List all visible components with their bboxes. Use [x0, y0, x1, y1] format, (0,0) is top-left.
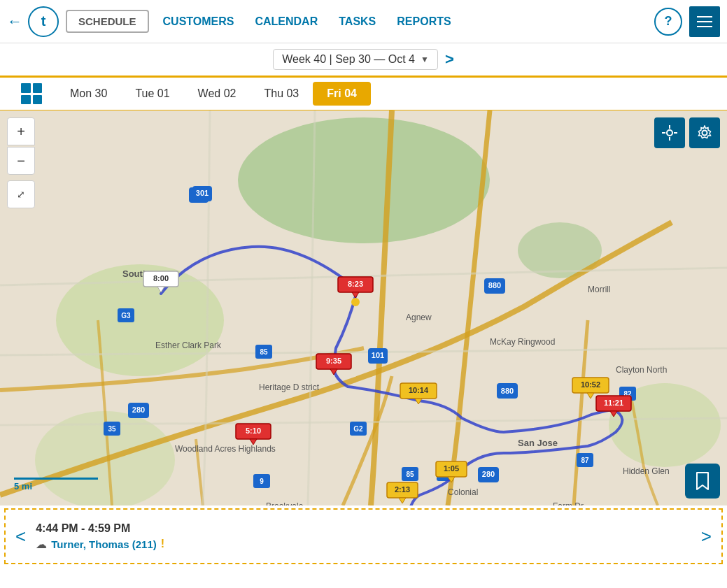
svg-text:Morrill: Morrill [588, 285, 611, 294]
app-logo: t [28, 6, 59, 37]
tab-thu03[interactable]: Thu 03 [250, 82, 313, 106]
svg-text:101: 101 [372, 351, 384, 359]
week-selector[interactable]: Week 40 | Sep 30 — Oct 4 ▼ [273, 49, 438, 70]
svg-text:35: 35 [108, 425, 116, 433]
svg-point-62 [351, 298, 360, 306]
scale-bar [14, 478, 98, 480]
svg-text:2:13: 2:13 [395, 485, 410, 494]
week-label: Week 40 | Sep 30 — Oct 4 [282, 53, 415, 66]
nav-reports[interactable]: REPORTS [397, 15, 451, 28]
svg-text:87: 87 [581, 457, 589, 464]
svg-text:Farm Dr.: Farm Dr. [553, 501, 586, 505]
warning-icon: ! [161, 538, 164, 550]
appointment-time: 4:44 PM - 4:59 PM [36, 522, 164, 535]
svg-text:G2: G2 [353, 425, 363, 433]
map-scale: 5 mi [14, 478, 98, 492]
prev-appointment-button[interactable]: < [15, 526, 26, 547]
svg-text:Hidden Glen: Hidden Glen [623, 466, 670, 476]
bottom-panel: < 4:44 PM - 4:59 PM ☁ Turner, Thomas (21… [4, 508, 723, 564]
bookmark-icon [695, 472, 710, 490]
app-header: ← t SCHEDULE CUSTOMERS CALENDAR TASKS RE… [0, 0, 727, 43]
svg-text:280: 280 [482, 470, 495, 478]
svg-text:85: 85 [260, 348, 268, 356]
back-button[interactable]: ← [7, 13, 22, 31]
svg-text:880: 880 [501, 387, 514, 395]
tab-fri04[interactable]: Fri 04 [313, 82, 371, 106]
week-caret-icon: ▼ [421, 55, 429, 64]
svg-text:5:10: 5:10 [246, 426, 261, 435]
scale-label: 5 mi [14, 481, 32, 492]
bookmark-button[interactable] [685, 464, 720, 499]
svg-text:280: 280 [132, 406, 145, 414]
zoom-out-button[interactable]: − [7, 147, 35, 175]
svg-text:Colonial: Colonial [448, 487, 478, 497]
svg-text:1:05: 1:05 [444, 464, 459, 473]
tab-mon30[interactable]: Mon 30 [56, 82, 121, 106]
svg-text:10:52: 10:52 [581, 380, 600, 389]
menu-icon-line2 [697, 21, 712, 22]
customer-row: ☁ Turner, Thomas (211) ! [36, 538, 164, 551]
map-svg: 101 101 880 880 85 280 G2 G3 17 87 35 82 [0, 110, 727, 505]
tab-tue01[interactable]: Tue 01 [121, 82, 183, 106]
settings-button[interactable] [689, 117, 720, 148]
svg-point-2 [238, 117, 490, 243]
svg-text:9: 9 [260, 478, 264, 485]
nav-customers[interactable]: CUSTOMERS [163, 15, 234, 28]
svg-text:Agnew: Agnew [406, 313, 432, 322]
locate-button[interactable] [654, 117, 685, 148]
grid-view-icon[interactable] [21, 83, 42, 104]
cloud-icon: ☁ [36, 538, 47, 551]
help-button[interactable]: ? [654, 8, 682, 36]
fullscreen-button[interactable]: ⤢ [7, 180, 35, 208]
schedule-button[interactable]: SCHEDULE [66, 10, 149, 33]
menu-icon-line1 [697, 16, 712, 17]
next-appointment-button[interactable]: > [701, 526, 712, 547]
svg-text:Heritage D strict: Heritage D strict [259, 382, 320, 392]
svg-point-94 [667, 130, 672, 136]
menu-button[interactable] [689, 6, 720, 37]
gear-icon [697, 125, 712, 141]
zoom-in-button[interactable]: + [7, 117, 35, 145]
svg-text:Esther Clark Park: Esther Clark Park [155, 340, 222, 350]
tab-wed02[interactable]: Wed 02 [184, 82, 250, 106]
svg-point-99 [703, 131, 707, 136]
svg-text:9:35: 9:35 [326, 357, 341, 365]
main-nav: CUSTOMERS CALENDAR TASKS REPORTS [163, 15, 654, 28]
locate-icon [662, 125, 677, 141]
nav-calendar[interactable]: CALENDAR [255, 15, 318, 28]
day-tabs-bar: Mon 30 Tue 01 Wed 02 Thu 03 Fri 04 [0, 78, 727, 110]
svg-text:Woodland Acres Highlands: Woodland Acres Highlands [175, 444, 276, 454]
week-bar: Week 40 | Sep 30 — Oct 4 ▼ > [0, 43, 727, 78]
menu-icon-line3 [697, 26, 712, 27]
week-next-button[interactable]: > [445, 50, 454, 69]
map-controls-left: + − ⤢ [7, 117, 35, 208]
svg-text:10:14: 10:14 [409, 386, 429, 394]
svg-text:Brookvale: Brookvale [266, 501, 304, 505]
svg-text:8:00: 8:00 [153, 274, 169, 282]
svg-text:San Jose: San Jose [518, 438, 558, 448]
map-bookmark [685, 464, 720, 499]
svg-text:301: 301 [196, 189, 209, 197]
customer-link[interactable]: Turner, Thomas (211) [51, 538, 157, 550]
svg-text:Clayton North: Clayton North [616, 365, 667, 375]
svg-text:85: 85 [406, 471, 414, 478]
svg-text:11:21: 11:21 [604, 399, 623, 407]
map-area[interactable]: 101 101 880 880 85 280 G2 G3 17 87 35 82 [0, 110, 727, 505]
svg-text:8:23: 8:23 [348, 280, 363, 288]
nav-tasks[interactable]: TASKS [339, 15, 376, 28]
svg-text:McKay Ringwood: McKay Ringwood [490, 337, 555, 347]
svg-text:880: 880 [488, 281, 501, 289]
map-controls-right [654, 117, 720, 148]
svg-text:G3: G3 [121, 312, 131, 320]
appointment-info: 4:44 PM - 4:59 PM ☁ Turner, Thomas (211)… [36, 522, 164, 551]
